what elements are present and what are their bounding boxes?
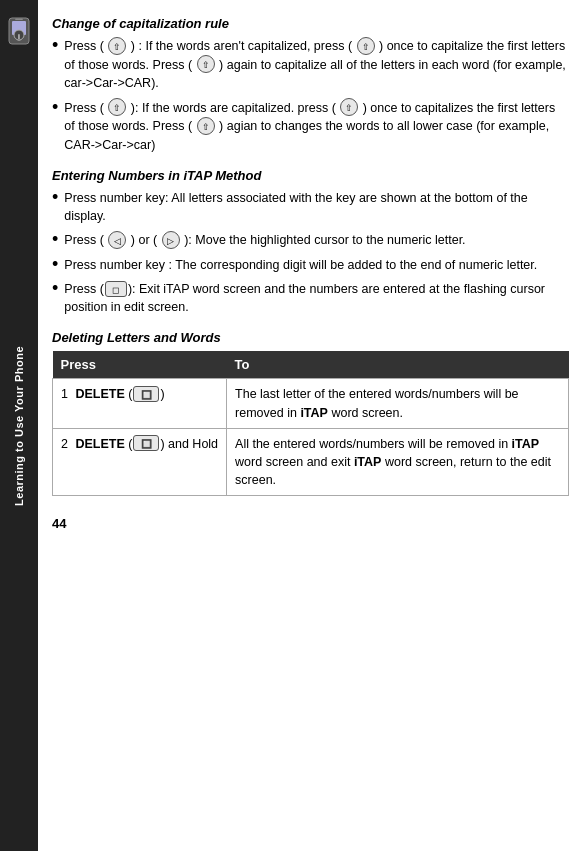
delete-table: Press To 1 DELETE (🔲) The last letter of… [52,351,569,496]
cap-icon-1: ⇧ [108,37,126,55]
to-cell-2: All the entered words/numbers will be re… [227,428,569,495]
delete-icon-2: 🔲 [133,435,159,451]
section1-title: Change of capitalization rule [52,16,569,31]
bullet-text: Press ( ◁ ) or ( ▷ ): Move the highlight… [64,231,569,250]
page-number: 44 [52,516,569,531]
col-press: Press [53,351,227,379]
bullet-dot: • [52,255,58,273]
bullet-text: Press ( ⇧ ) : If the words aren't capita… [64,37,569,93]
table-row: 1 DELETE (🔲) The last letter of the ente… [53,379,569,428]
delete-icon-1: 🔲 [133,386,159,402]
main-content: Change of capitalization rule • Press ( … [38,0,587,851]
phone-icon: i [4,16,34,46]
table-header-row: Press To [53,351,569,379]
itap-ref-3: iTAP [354,455,382,469]
cap-icon-6: ⇧ [197,117,215,135]
bullet-dot: • [52,279,58,297]
exit-icon: ◻ [105,281,127,297]
to-cell-1: The last letter of the entered words/num… [227,379,569,428]
list-item: • Press ( ⇧ ): If the words are capitali… [52,99,569,155]
section3-title: Deleting Letters and Words [52,330,569,345]
cap-icon-5: ⇧ [340,98,358,116]
svg-rect-3 [15,19,23,21]
list-item: • Press number key: All letters associat… [52,189,569,225]
section2-title: Entering Numbers in iTAP Method [52,168,569,183]
sidebar-label: Learning to Use Your Phone [13,346,25,506]
bullet-dot: • [52,188,58,206]
list-item: • Press ( ⇧ ) : If the words aren't capi… [52,37,569,93]
bullet-text: Press number key: All letters associated… [64,189,569,225]
row-num: 1 [61,387,68,401]
bullet-dot: • [52,36,58,54]
cap-icon-4: ⇧ [108,98,126,116]
col-to: To [227,351,569,379]
delete-label-1: DELETE [75,387,124,401]
nav-icon-1: ◁ [108,231,126,249]
list-item: • Press (◻): Exit iTAP word screen and t… [52,280,569,316]
section2-bullets: • Press number key: All letters associat… [52,189,569,316]
press-cell-2: 2 DELETE (🔲) and Hold [53,428,227,495]
list-item: • Press ( ◁ ) or ( ▷ ): Move the highlig… [52,231,569,250]
svg-text:i: i [18,33,20,40]
itap-ref-1: iTAP [300,406,328,420]
section3: Deleting Letters and Words Press To 1 DE… [52,330,569,496]
press-cell-1: 1 DELETE (🔲) [53,379,227,428]
bullet-text: Press number key : The corresponding dig… [64,256,569,274]
itap-ref-2: iTAP [512,437,540,451]
section1-bullets: • Press ( ⇧ ) : If the words aren't capi… [52,37,569,154]
bullet-dot: • [52,98,58,116]
bullet-text: Press (◻): Exit iTAP word screen and the… [64,280,569,316]
cap-icon-3: ⇧ [197,55,215,73]
nav-icon-2: ▷ [162,231,180,249]
delete-label-2: DELETE [75,437,124,451]
cap-icon-2: ⇧ [357,37,375,55]
sidebar: i Learning to Use Your Phone [0,0,38,851]
bullet-text: Press ( ⇧ ): If the words are capitalize… [64,99,569,155]
list-item: • Press number key : The corresponding d… [52,256,569,274]
table-row: 2 DELETE (🔲) and Hold All the entered wo… [53,428,569,495]
row-num: 2 [61,437,68,451]
bullet-dot: • [52,230,58,248]
